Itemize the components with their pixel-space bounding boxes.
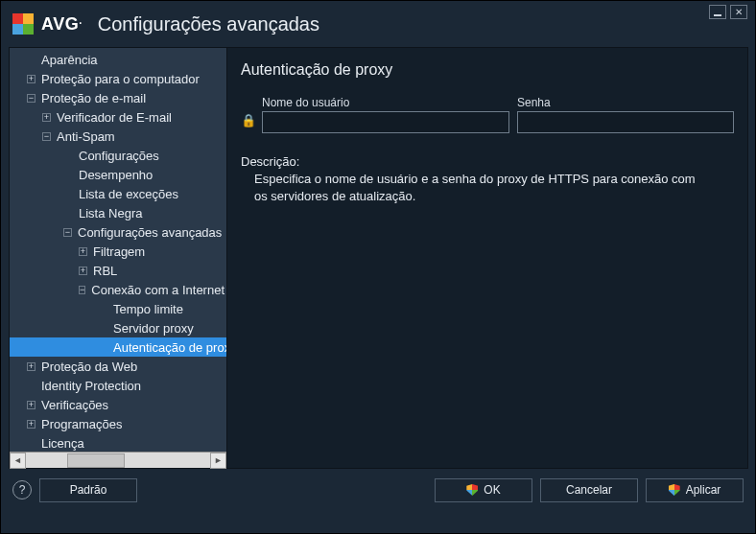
- scroll-right-icon[interactable]: ►: [210, 453, 226, 469]
- help-button[interactable]: ?: [12, 480, 32, 499]
- password-label: Senha: [517, 96, 734, 109]
- expand-icon[interactable]: +: [79, 247, 87, 256]
- expand-icon[interactable]: +: [79, 267, 87, 275]
- main-panel: Autenticação de proxy 🔒 Nome do usuário …: [227, 47, 748, 469]
- cancel-button[interactable]: Cancelar: [540, 478, 638, 502]
- lock-icon: 🔒: [241, 113, 256, 128]
- tree-item-verificador-email[interactable]: +Verificador de E-mail: [10, 107, 226, 127]
- collapse-icon[interactable]: −: [79, 286, 85, 294]
- avg-logo-icon: [12, 13, 34, 35]
- tree-item-protecao-email[interactable]: −Proteção de e-mail: [10, 88, 226, 107]
- username-input[interactable]: [262, 111, 509, 133]
- tree-scroll-area[interactable]: Aparência +Proteção para o computador −P…: [10, 48, 226, 452]
- collapse-icon[interactable]: −: [42, 132, 51, 141]
- close-button[interactable]: ✕: [730, 5, 747, 19]
- logo-text: AVG.: [41, 14, 83, 35]
- apply-button[interactable]: Aplicar: [646, 478, 744, 502]
- tree-item-autenticacao-proxy[interactable]: Autenticação de proxy: [10, 337, 226, 357]
- sidebar-tree: Aparência +Proteção para o computador −P…: [9, 47, 227, 469]
- tree-item-aparencia[interactable]: Aparência: [10, 50, 226, 69]
- app-logo: AVG.: [12, 13, 83, 35]
- shield-icon: [466, 484, 478, 496]
- description-body: Especifica o nome de usuário e a senha d…: [241, 171, 711, 204]
- title-bar: AVG. Configurações avançadas ✕: [1, 1, 755, 47]
- default-button[interactable]: Padrão: [39, 478, 137, 502]
- tree-item-filtragem[interactable]: +Filtragem: [10, 242, 226, 261]
- horizontal-scrollbar[interactable]: ◄ ►: [10, 452, 226, 468]
- window-title: Configurações avançadas: [98, 13, 319, 35]
- expand-icon[interactable]: +: [27, 420, 35, 429]
- tree-item-lista-excecoes[interactable]: Lista de exceções: [10, 184, 226, 203]
- tree-item-tempo-limite[interactable]: Tempo limite: [10, 299, 226, 318]
- tree-item-desempenho[interactable]: Desempenho: [10, 165, 226, 184]
- tree-item-servidor-proxy[interactable]: Servidor proxy: [10, 318, 226, 337]
- scroll-left-icon[interactable]: ◄: [10, 453, 26, 469]
- tree-item-licenca[interactable]: Licença: [10, 433, 226, 452]
- password-input[interactable]: [517, 111, 734, 133]
- shield-icon: [669, 484, 680, 496]
- tree-item-configuracoes[interactable]: Configurações: [10, 146, 226, 165]
- tree-item-verificacoes[interactable]: +Verificações: [10, 395, 226, 414]
- tree-item-protecao-computador[interactable]: +Proteção para o computador: [10, 69, 226, 88]
- expand-icon[interactable]: +: [27, 75, 35, 83]
- scroll-thumb[interactable]: [67, 453, 125, 468]
- minimize-button[interactable]: [709, 5, 726, 19]
- username-label: Nome do usuário: [262, 96, 509, 109]
- panel-title: Autenticação de proxy: [241, 61, 734, 79]
- tree-item-anti-spam[interactable]: −Anti-Spam: [10, 127, 226, 146]
- expand-icon[interactable]: +: [27, 362, 35, 371]
- footer-bar: ? Padrão OK Cancelar Aplicar: [1, 469, 755, 511]
- tree-item-programacoes[interactable]: +Programações: [10, 414, 226, 433]
- tree-item-lista-negra[interactable]: Lista Negra: [10, 203, 226, 222]
- tree-item-rbl[interactable]: +RBL: [10, 261, 226, 280]
- tree-item-identity-protection[interactable]: Identity Protection: [10, 376, 226, 395]
- tree-item-conexao-internet[interactable]: −Conexão com a Internet: [10, 280, 226, 299]
- window-controls: ✕: [709, 5, 747, 19]
- collapse-icon[interactable]: −: [63, 228, 72, 237]
- collapse-icon[interactable]: −: [27, 94, 35, 103]
- tree-item-protecao-web[interactable]: +Proteção da Web: [10, 357, 226, 376]
- expand-icon[interactable]: +: [42, 113, 51, 122]
- expand-icon[interactable]: +: [27, 401, 35, 409]
- description-heading: Descrição:: [241, 154, 734, 169]
- tree-item-config-avancadas[interactable]: −Configurações avançadas: [10, 222, 226, 242]
- ok-button[interactable]: OK: [435, 478, 532, 502]
- svg-rect-0: [714, 14, 721, 16]
